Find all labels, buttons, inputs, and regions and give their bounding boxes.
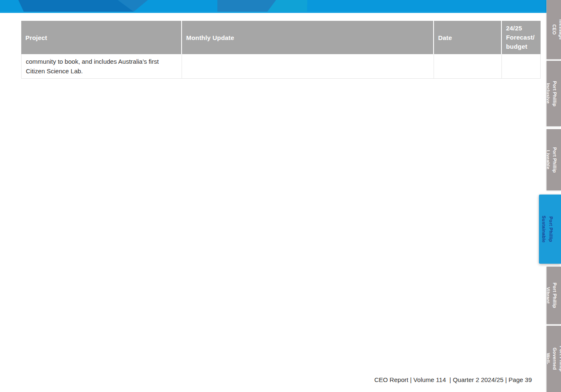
project-update-table: Project Monthly Update Date 24/25 Foreca… [21, 21, 541, 79]
column-header-date: Date [434, 21, 502, 54]
cell-forecast-budget [502, 54, 541, 79]
cell-monthly-update [182, 54, 434, 79]
tab-vibrant-port-phillip[interactable]: Vibrant Port Phillip [546, 267, 561, 324]
page-footer: CEO Report | Volume 114 | Quarter 2 2024… [374, 376, 532, 383]
tab-sustainable-port-phillip-label: Sustainable Port Phillip [540, 215, 554, 242]
tab-inclusive-port-phillip-label: Inclusive Port Phillip [546, 81, 558, 107]
column-header-project: Project [21, 21, 182, 54]
banner-shape-medium [217, 0, 276, 12]
tab-sustainable-port-phillip[interactable]: Sustainable Port Phillip [539, 195, 561, 264]
table-row: community to book, and includes Australi… [21, 54, 541, 79]
tab-vibrant-port-phillip-label: Vibrant Port Phillip [546, 282, 558, 308]
column-header-monthly-update: Monthly Update [182, 21, 434, 54]
tab-well-governed-port-phillip[interactable]: Well-Governed Port Phillip [546, 326, 561, 392]
tab-ceo-message-label: CEO message [551, 15, 561, 45]
column-header-forecast-budget: 24/25 Forecast/ budget [502, 21, 541, 54]
tab-well-governed-port-phillip-label: Well-Governed Port Phillip [546, 342, 561, 376]
table-header-row: Project Monthly Update Date 24/25 Foreca… [21, 21, 541, 54]
tab-ceo-message[interactable]: CEO message [546, 0, 561, 59]
tab-liveable-port-phillip[interactable]: Liveable Port Phillip [546, 129, 561, 190]
tab-liveable-port-phillip-label: Liveable Port Phillip [546, 147, 558, 173]
banner-bottom-strip [0, 12, 546, 13]
cell-date [434, 54, 502, 79]
banner-shape-dark [18, 0, 134, 12]
tab-inclusive-port-phillip[interactable]: Inclusive Port Phillip [546, 61, 561, 126]
header-banner [0, 0, 546, 13]
cell-project: community to book, and includes Australi… [21, 54, 182, 79]
